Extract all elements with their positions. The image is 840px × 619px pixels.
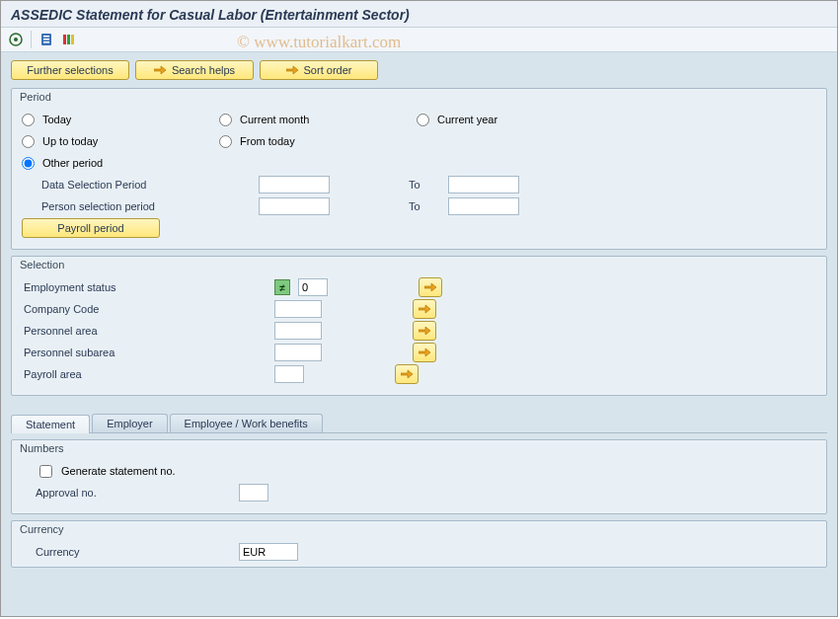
employment-status-label: Employment status <box>22 281 268 293</box>
radio-today[interactable]: Today <box>22 114 219 126</box>
button-label: Payroll period <box>57 222 123 234</box>
period-radio-row-3: Other period <box>22 152 816 174</box>
toolbar <box>1 28 837 52</box>
generate-statement-checkbox[interactable] <box>39 465 52 478</box>
payroll-area-row: Payroll area <box>22 363 816 385</box>
personnel-area-label: Personnel area <box>22 325 268 337</box>
to-label: To <box>409 179 448 191</box>
further-selections-button[interactable]: Further selections <box>11 60 129 80</box>
tabstrip: Statement Employer Employee / Work benef… <box>11 414 827 433</box>
execute-icon[interactable] <box>7 31 25 48</box>
radio-label: Today <box>42 114 71 125</box>
radio-up-to-today-input[interactable] <box>22 135 35 148</box>
svg-rect-8 <box>71 35 74 44</box>
generate-statement-label: Generate statement no. <box>61 465 176 477</box>
arrow-right-icon <box>419 348 430 357</box>
not-equal-icon[interactable]: ≠ <box>274 279 290 295</box>
radio-up-to-today[interactable]: Up to today <box>22 135 219 148</box>
radio-label: Other period <box>42 157 103 169</box>
personnel-subarea-multiselect[interactable] <box>413 343 436 362</box>
sort-order-button[interactable]: Sort order <box>260 60 378 80</box>
svg-rect-4 <box>43 39 49 40</box>
company-code-input[interactable] <box>274 300 322 318</box>
radio-current-year[interactable]: Current year <box>417 114 614 126</box>
currency-input[interactable] <box>239 543 298 561</box>
person-selection-from[interactable] <box>259 197 330 215</box>
app-frame: ASSEDIC Statement for Casual Labor (Ente… <box>0 0 838 617</box>
company-code-label: Company Code <box>22 303 268 315</box>
employment-status-multiselect[interactable] <box>419 277 442 297</box>
tab-statement[interactable]: Statement <box>11 415 90 433</box>
arrow-right-icon <box>154 65 166 75</box>
data-selection-from[interactable] <box>259 176 330 193</box>
svg-point-1 <box>14 38 18 41</box>
radio-current-month[interactable]: Current month <box>219 114 417 126</box>
to-label: To <box>409 200 448 212</box>
numbers-legend: Numbers <box>20 442 816 454</box>
selection-legend: Selection <box>20 259 816 271</box>
period-group: Period Today Current month Current year <box>11 88 827 250</box>
radio-from-today-input[interactable] <box>219 135 232 148</box>
payroll-area-input[interactable] <box>274 365 304 383</box>
person-selection-row: Person selection period To <box>22 195 816 217</box>
selection-buttons: Further selections Search helps Sort ord… <box>11 60 827 80</box>
personnel-area-multiselect[interactable] <box>413 321 436 341</box>
company-code-multiselect[interactable] <box>413 299 436 319</box>
svg-rect-3 <box>43 36 49 38</box>
content: Further selections Search helps Sort ord… <box>1 52 837 616</box>
selection-group: Selection Employment status ≠ Company Co… <box>11 256 827 396</box>
arrow-right-icon <box>286 65 298 75</box>
currency-legend: Currency <box>20 523 816 535</box>
radio-today-input[interactable] <box>22 114 35 126</box>
page-title: ASSEDIC Statement for Casual Labor (Ente… <box>1 1 837 28</box>
data-selection-row: Data Selection Period To <box>22 174 816 195</box>
button-label: Further selections <box>27 64 113 76</box>
radio-other-period-input[interactable] <box>22 157 35 170</box>
radio-label: From today <box>240 135 295 147</box>
data-selection-label: Data Selection Period <box>22 179 259 191</box>
radio-label: Current year <box>437 114 497 125</box>
data-selection-to[interactable] <box>448 176 519 193</box>
currency-row: Currency <box>22 541 816 563</box>
personnel-subarea-label: Personnel subarea <box>22 347 268 358</box>
toolbar-sep <box>31 31 32 48</box>
employment-status-row: Employment status ≠ <box>22 276 816 298</box>
approval-no-input[interactable] <box>239 484 268 502</box>
button-label: Sort order <box>304 64 352 76</box>
payroll-period-button[interactable]: Payroll period <box>22 218 160 238</box>
company-code-row: Company Code <box>22 298 816 320</box>
arrow-right-icon <box>419 304 430 314</box>
radio-label: Current month <box>240 114 309 125</box>
period-radio-row-2: Up to today From today <box>22 130 816 152</box>
payroll-area-multiselect[interactable] <box>395 364 419 384</box>
personnel-area-row: Personnel area <box>22 320 816 342</box>
personnel-area-input[interactable] <box>274 322 322 340</box>
approval-no-label: Approval no. <box>22 487 239 499</box>
search-helps-button[interactable]: Search helps <box>135 60 254 80</box>
personnel-subarea-input[interactable] <box>274 344 322 361</box>
info-icon[interactable] <box>38 31 55 48</box>
variant-icon[interactable] <box>59 31 77 48</box>
personnel-subarea-row: Personnel subarea <box>22 342 816 363</box>
payroll-period-row: Payroll period <box>22 217 816 239</box>
button-label: Search helps <box>172 64 235 76</box>
person-selection-to[interactable] <box>448 197 519 215</box>
radio-from-today[interactable]: From today <box>219 135 417 148</box>
currency-group: Currency Currency <box>11 520 827 568</box>
svg-rect-7 <box>67 35 70 44</box>
numbers-group: Numbers Generate statement no. Approval … <box>11 439 827 514</box>
employment-status-input[interactable] <box>298 278 328 296</box>
arrow-right-icon <box>401 369 413 379</box>
arrow-right-icon <box>419 326 430 336</box>
tab-employer[interactable]: Employer <box>92 414 167 432</box>
radio-label: Up to today <box>42 135 98 147</box>
approval-no-row: Approval no. <box>22 482 816 503</box>
period-radio-row-1: Today Current month Current year <box>22 109 816 130</box>
tab-employee-benefits[interactable]: Employee / Work benefits <box>170 414 323 432</box>
radio-current-month-input[interactable] <box>219 114 232 126</box>
arrow-right-icon <box>424 282 436 292</box>
currency-label: Currency <box>22 546 239 558</box>
payroll-area-label: Payroll area <box>22 368 268 380</box>
radio-current-year-input[interactable] <box>417 114 429 126</box>
radio-other-period[interactable]: Other period <box>22 157 219 170</box>
